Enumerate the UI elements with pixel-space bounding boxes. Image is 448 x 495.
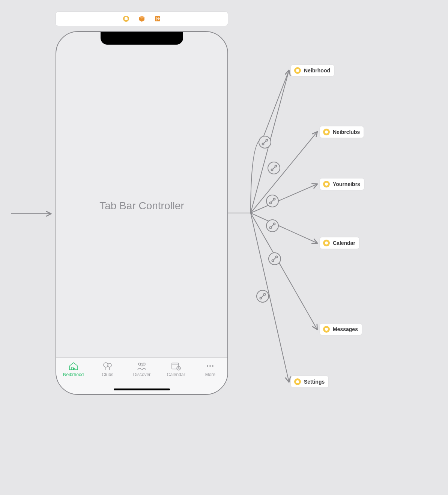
destination-calendar[interactable]: Calendar bbox=[320, 237, 359, 249]
destination-label: Neibrhood bbox=[304, 68, 330, 74]
exit-icon[interactable] bbox=[154, 15, 161, 22]
svg-point-28 bbox=[257, 290, 269, 302]
tab-neibrhood[interactable]: Neibrhood bbox=[59, 362, 89, 377]
svg-point-45 bbox=[207, 365, 208, 367]
svg-point-11 bbox=[275, 165, 277, 167]
svg-point-39 bbox=[138, 363, 141, 365]
tab-label: Discover bbox=[133, 372, 151, 377]
device-notch bbox=[101, 31, 183, 45]
house-icon bbox=[68, 362, 79, 370]
svg-point-5 bbox=[262, 143, 264, 145]
destination-settings[interactable]: Settings bbox=[291, 376, 329, 388]
tab-discover[interactable]: Discover bbox=[127, 362, 157, 377]
svg-point-18 bbox=[266, 220, 278, 232]
tab-calendar[interactable]: Calendar bbox=[161, 362, 191, 377]
svg-line-14 bbox=[270, 199, 275, 203]
svg-point-20 bbox=[270, 227, 272, 229]
svg-point-41 bbox=[141, 364, 143, 366]
trees-icon bbox=[102, 362, 113, 370]
svg-line-2 bbox=[251, 70, 289, 213]
svg-point-35 bbox=[104, 363, 108, 367]
svg-point-16 bbox=[274, 198, 275, 200]
svg-point-8 bbox=[268, 162, 280, 174]
scene-icon[interactable] bbox=[123, 15, 129, 22]
destination-yourneibrs[interactable]: Yourneibrs bbox=[320, 178, 364, 190]
svg-point-48 bbox=[296, 69, 299, 72]
svg-point-6 bbox=[266, 140, 268, 141]
svg-point-46 bbox=[209, 365, 211, 367]
svg-point-23 bbox=[269, 253, 281, 265]
scene-toolbar bbox=[56, 11, 228, 26]
svg-point-13 bbox=[266, 195, 278, 207]
svg-point-15 bbox=[270, 202, 272, 204]
scene-title: Tab Bar Controller bbox=[99, 200, 184, 212]
svg-line-17 bbox=[251, 213, 317, 243]
svg-point-21 bbox=[274, 223, 275, 225]
svg-line-19 bbox=[270, 224, 275, 228]
svg-line-27 bbox=[251, 213, 289, 382]
svg-line-22 bbox=[251, 213, 317, 329]
destination-label: Messages bbox=[333, 326, 358, 332]
tab-label: More bbox=[205, 372, 215, 377]
svg-line-9 bbox=[272, 166, 276, 170]
tab-label: Calendar bbox=[167, 372, 185, 377]
viewcontroller-icon bbox=[323, 240, 330, 246]
svg-point-47 bbox=[212, 365, 213, 367]
svg-line-12 bbox=[251, 184, 317, 213]
destination-neibrclubs[interactable]: Neibrclubs bbox=[320, 126, 364, 138]
destination-label: Calendar bbox=[333, 240, 355, 246]
tab-label: Clubs bbox=[102, 372, 113, 377]
svg-point-30 bbox=[260, 297, 262, 299]
svg-point-25 bbox=[272, 260, 274, 262]
viewcontroller-icon bbox=[294, 378, 301, 385]
svg-line-4 bbox=[263, 140, 267, 144]
svg-line-29 bbox=[260, 294, 265, 298]
destination-label: Yourneibrs bbox=[333, 181, 360, 187]
people-icon bbox=[136, 362, 147, 370]
viewcontroller-icon bbox=[294, 67, 301, 74]
destination-label: Neibrclubs bbox=[333, 129, 360, 135]
home-indicator bbox=[114, 388, 170, 390]
svg-point-10 bbox=[271, 169, 273, 171]
svg-point-53 bbox=[296, 380, 299, 383]
destination-label: Settings bbox=[304, 379, 325, 385]
tab-clubs[interactable]: Clubs bbox=[93, 362, 123, 377]
calendar-icon bbox=[170, 362, 182, 370]
svg-point-31 bbox=[264, 294, 266, 296]
device-frame: Tab Bar Controller Neibrhood Clubs Disco… bbox=[56, 31, 228, 395]
more-icon bbox=[204, 362, 216, 370]
svg-point-52 bbox=[325, 328, 328, 331]
svg-line-24 bbox=[272, 256, 277, 261]
svg-point-3 bbox=[259, 136, 271, 148]
svg-rect-33 bbox=[125, 18, 128, 20]
viewcontroller-icon bbox=[323, 181, 330, 188]
svg-line-7 bbox=[251, 132, 317, 213]
svg-point-50 bbox=[325, 183, 328, 186]
viewcontroller-icon bbox=[323, 129, 330, 135]
svg-point-51 bbox=[325, 242, 328, 244]
object-icon[interactable] bbox=[138, 15, 145, 22]
svg-point-26 bbox=[276, 256, 278, 258]
svg-point-49 bbox=[325, 130, 328, 134]
destination-neibrhood[interactable]: Neibrhood bbox=[291, 64, 334, 76]
viewcontroller-icon bbox=[323, 326, 330, 333]
tab-label: Neibrhood bbox=[63, 372, 84, 377]
svg-point-40 bbox=[143, 363, 145, 365]
tab-more[interactable]: More bbox=[195, 362, 225, 377]
destination-messages[interactable]: Messages bbox=[320, 323, 362, 335]
